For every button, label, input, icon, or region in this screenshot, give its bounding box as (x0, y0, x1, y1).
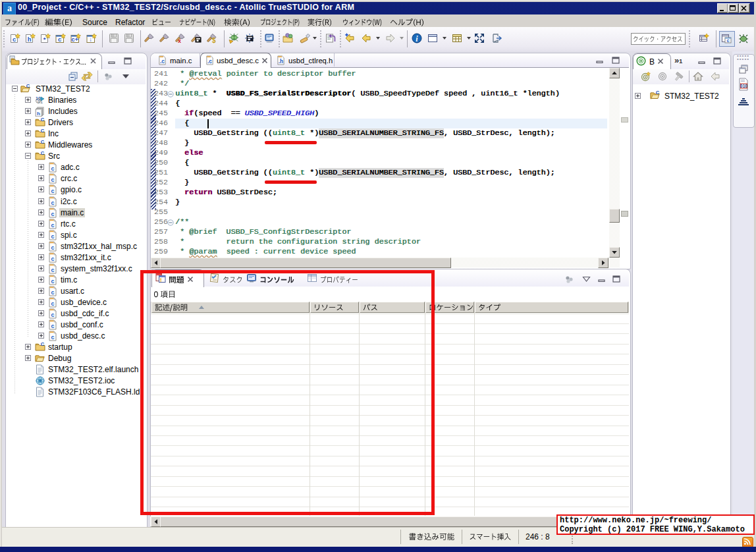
svg-text:$: $ (212, 37, 216, 43)
svg-text:c: c (51, 312, 54, 318)
svg-text:c: c (51, 222, 54, 229)
svg-text:x: x (178, 38, 181, 43)
svg-text:↓: ↓ (89, 36, 92, 43)
svg-text:C: C (41, 150, 45, 156)
svg-text:c: c (58, 36, 61, 43)
svg-text:C: C (41, 128, 45, 134)
svg-text:c: c (13, 36, 16, 43)
svg-text:C: C (41, 139, 45, 145)
svg-text:h: h (28, 36, 32, 43)
svg-text:C: C (41, 117, 45, 123)
svg-text:c: c (51, 165, 54, 172)
svg-text:c: c (51, 267, 54, 273)
svg-text:c: c (51, 177, 54, 183)
svg-text:c: c (51, 211, 54, 217)
svg-text:C: C (41, 341, 45, 347)
svg-text:010: 010 (740, 84, 747, 88)
svg-text:c: c (51, 300, 54, 307)
svg-text:c: c (51, 278, 54, 285)
svg-text:C: C (26, 83, 30, 89)
svg-text:c: c (51, 289, 54, 296)
svg-text:c: c (51, 200, 54, 206)
svg-text:.c: .c (160, 58, 165, 65)
svg-text:C: C (656, 90, 660, 96)
svg-text:*: * (43, 36, 46, 43)
svg-text:c: c (51, 323, 54, 329)
svg-text:h: h (37, 111, 40, 117)
svg-text:.h: .h (279, 58, 283, 65)
svg-text:.c: .c (207, 58, 212, 65)
svg-text:c: c (51, 244, 54, 251)
svg-text:c: c (51, 334, 54, 341)
svg-text:c: c (51, 233, 54, 240)
svg-text:c: c (51, 188, 54, 194)
svg-text:c: c (51, 256, 54, 262)
